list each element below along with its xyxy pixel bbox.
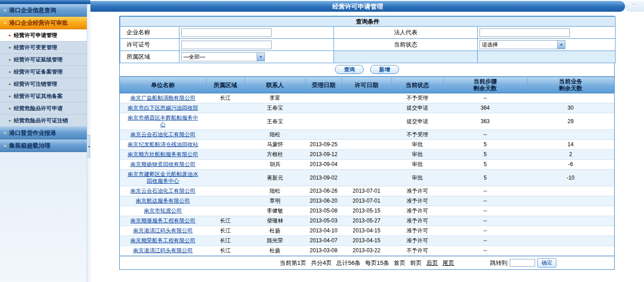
sidebar-item-label: 经营许可证备案管理	[14, 68, 63, 76]
query-empty-cell	[478, 51, 616, 63]
sidebar-item-label: 港口企业经营许可审批	[9, 19, 68, 27]
cell-business_days: -6	[527, 160, 614, 170]
sidebar-item-license-other-filing[interactable]: ▸经营许可证其他备案	[0, 90, 87, 102]
cell-license_date: 2013-04-15	[342, 236, 391, 246]
cell-status: 审批	[391, 170, 443, 186]
company-name-link[interactable]: 南京广益船舶清舱有限公司	[131, 95, 196, 101]
confirm-button[interactable]: 确定	[537, 258, 556, 268]
sidebar-item-license-application-mgmt[interactable]: ▸经营许可申请管理	[0, 29, 87, 42]
cell-accept_date: 2013-04-10	[306, 226, 342, 236]
cell-accept_date	[306, 103, 342, 113]
cell-accept_date: 2013-09-12	[306, 150, 342, 160]
results-table-body: 南京广益船舶清舱有限公司长江李富不予受理--南京市白下区恩赐污油回收部王春宝提交…	[120, 93, 614, 256]
cell-contact: 杜扬	[244, 226, 306, 236]
cell-region	[206, 196, 244, 206]
license-no-input[interactable]	[181, 41, 272, 49]
company-name-link[interactable]: 南京市轮渡公司	[144, 208, 182, 214]
sidebar-item-dangerous-goods-license-cancel[interactable]: ▸经营危险品许可证注销	[0, 115, 87, 127]
window-grip-icon: ⋯	[632, 1, 638, 7]
cell-contact: 陆松	[244, 186, 306, 196]
company-name-link[interactable]: 南京市建邺区金元船舶废油水回收服务中心	[128, 171, 198, 184]
cell-step_days: --	[443, 196, 527, 206]
cell-accept_date: 2013-09-02	[306, 170, 342, 186]
cell-step_days: 5	[443, 170, 527, 186]
company-name-link[interactable]: 南京顺方欣船舶服务有限公司	[128, 151, 198, 157]
company-name-link[interactable]: 南京港清江码头有限公司	[133, 247, 193, 254]
region-select[interactable]: —全部— ▼	[181, 52, 265, 61]
company-name-link[interactable]: 南京市白下区恩赐污油回收部	[128, 105, 198, 111]
cell-license_date	[342, 160, 391, 170]
pagination-link-first[interactable]: 首页	[394, 259, 405, 267]
menu-arrow-icon: ▸	[9, 70, 11, 74]
cell-business_days	[527, 246, 614, 256]
sidebar-item-port-general-cargo-report[interactable]: »港口普货作业报港	[0, 127, 87, 139]
company-name-link[interactable]: 南京顺珊服务工程有限公司	[131, 217, 196, 224]
cell-step_days: 364	[443, 103, 527, 113]
pagination-summary-item: 每页15条	[365, 259, 389, 267]
search-button[interactable]: 查询	[335, 65, 364, 74]
sidebar-item-label: 经营许可注销管理	[14, 80, 57, 88]
pagination-bar: 当前第1页共分4页总计56条每页15条 首页前页后页尾页 跳转到 确定	[120, 256, 614, 269]
company-name-input[interactable]	[181, 28, 272, 37]
cell-status: 准予许可	[391, 226, 443, 236]
sidebar-item-dangerous-goods-license-apply[interactable]: ▸经营危险品许可申请	[0, 102, 87, 115]
cell-business_days	[527, 186, 614, 196]
menu-arrow-icon: ▸	[9, 82, 11, 86]
pagination-link-next[interactable]: 后页	[426, 259, 438, 267]
sidebar-item-license-filing-mgmt[interactable]: ▸经营许可证备案管理	[0, 66, 87, 78]
company-name-link[interactable]: 南京港清江码头有限公司	[133, 227, 193, 234]
legal-rep-input[interactable]	[479, 28, 570, 37]
license-no-label: 许可证号	[120, 39, 179, 51]
table-row: 南京港清江码头有限公司长江杜扬2013-04-102013-04-15准予许可-…	[120, 226, 614, 236]
cell-contact: 胡兵	[244, 160, 306, 170]
cell-status: 准予许可	[391, 196, 443, 206]
table-row: 南京纪发船舶清仓残油回收站马蒙怀2013-09-25审批514	[120, 140, 614, 150]
column-header-region: 所属区域	[206, 77, 244, 93]
sidebar-item-label: 经营危险品许可申请	[14, 105, 63, 112]
jump-page-input[interactable]	[510, 259, 535, 267]
add-button[interactable]: 新增	[370, 65, 399, 74]
sidebar-item-port-enterprise-license-approval[interactable]: »港口企业经营许可审批	[0, 17, 87, 29]
menu-arrow-icon: ▸	[9, 33, 11, 37]
cell-company: 南京云合石油化工有限公司	[120, 186, 206, 196]
sidebar-item-port-enterprise-info-query[interactable]: »港口企业信息查询	[0, 4, 87, 17]
pagination-link-prev[interactable]: 前页	[410, 259, 422, 267]
pagination-summary-item: 当前第1页	[280, 259, 306, 267]
sidebar-item-license-change-mgmt[interactable]: ▸经营许可变更管理	[0, 42, 87, 54]
cell-step_days: 5	[443, 160, 527, 170]
sidebar-item-label: 经营许可申请管理	[14, 32, 57, 39]
company-name-link[interactable]: 南京顺荣船务工程有限公司	[131, 237, 196, 244]
cell-company: 南京港清江码头有限公司	[120, 226, 206, 236]
query-actions: 查询 新增	[120, 63, 614, 76]
company-name-link[interactable]: 南京航达服务有限公司	[136, 198, 190, 204]
sidebar-item-container-overload-control[interactable]: »集装箱超载治理	[0, 139, 87, 152]
cell-license_date	[342, 150, 391, 160]
table-row: 南京市建邺区金元船舶废油水回收服务中心蒋新元2013-09-02审批5-10	[120, 170, 614, 186]
cell-accept_date: 2013-06-26	[306, 186, 342, 196]
cell-contact: 杜扬	[244, 246, 306, 256]
app-window: »港口企业信息查询»港口企业经营许可审批▸经营许可申请管理▸经营许可变更管理▸经…	[0, 0, 644, 282]
cell-accept_date: 2013-05-08	[306, 206, 342, 216]
cell-license_date	[342, 140, 391, 150]
cell-status: 提交申请	[391, 103, 443, 113]
sidebar-item-label: 港口普货作业报港	[9, 129, 56, 137]
cell-region	[206, 186, 244, 196]
company-name-link[interactable]: 南京纪发船舶清仓残油回收站	[128, 141, 198, 148]
sidebar-item-license-renewal-mgmt[interactable]: ▸经营许可证延续管理	[0, 54, 87, 66]
status-select[interactable]: 请选择 ▼	[479, 40, 565, 49]
company-name-link[interactable]: 南京市栖霞区丰辉船舶服务中心	[128, 115, 198, 128]
company-name-link[interactable]: 南京云合石油化工有限公司	[131, 131, 196, 138]
company-name-link[interactable]: 南京顺扬物资回收有限公司	[131, 161, 196, 167]
sidebar-menu: »港口企业信息查询»港口企业经营许可审批▸经营许可申请管理▸经营许可变更管理▸经…	[0, 4, 87, 152]
query-form: 查询条件 企业名称 法人代表 许可证号 当前状态 请选择 ▼	[120, 16, 616, 63]
cell-status: 准予许可	[391, 206, 443, 216]
column-header-status: 当前状态	[391, 77, 443, 93]
cell-region	[206, 206, 244, 216]
sidebar-item-license-cancel-mgmt[interactable]: ▸经营许可注销管理	[0, 78, 87, 90]
cell-contact: 王春宝	[244, 103, 306, 113]
cell-region	[206, 150, 244, 160]
pagination-link-last[interactable]: 尾页	[442, 259, 454, 267]
cell-business_days	[527, 93, 614, 103]
company-name-link[interactable]: 南京云合石油化工有限公司	[131, 188, 196, 194]
cell-company: 南京纪发船舶清仓残油回收站	[120, 140, 206, 150]
